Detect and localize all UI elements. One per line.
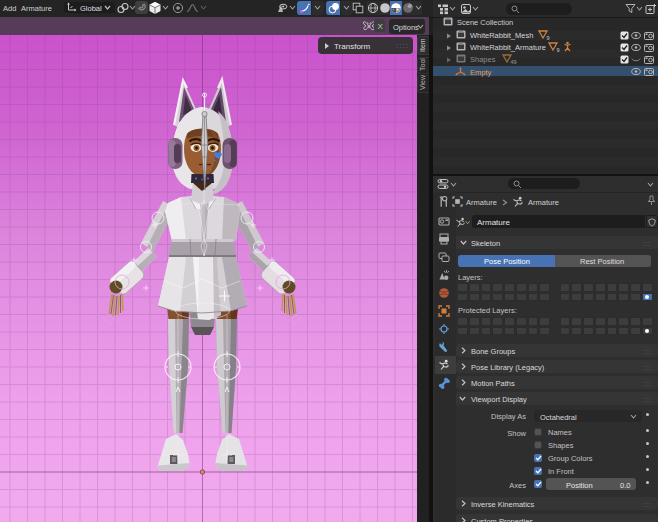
svg-text:9: 9 bbox=[557, 47, 560, 53]
svg-text:9: 9 bbox=[547, 35, 550, 41]
svg-text:49: 49 bbox=[511, 59, 517, 65]
